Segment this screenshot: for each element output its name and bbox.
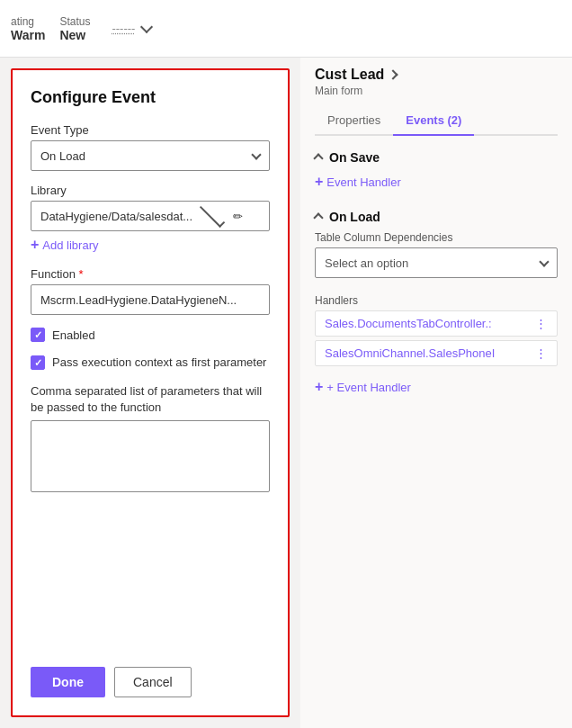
tab-properties[interactable]: Properties (315, 106, 393, 136)
user-name: ------ (112, 22, 135, 35)
right-title-row: Cust Lead (315, 67, 558, 83)
handler-item-1[interactable]: SalesOmniChannel.SalesPhoneI ⋮ (315, 340, 558, 366)
select-option-placeholder: Select an option (325, 256, 408, 270)
on-save-add-handler[interactable]: + Event Handler (315, 172, 558, 192)
table-col-select-chevron-icon (539, 256, 549, 266)
handlers-label: Handlers (315, 294, 558, 307)
event-type-select[interactable]: On Load (31, 140, 270, 171)
warm-label: ating (11, 15, 45, 28)
library-chevron-icon (200, 202, 226, 228)
tabs-row: Properties Events (2) (315, 106, 558, 136)
event-type-group: Event Type On Load (31, 123, 270, 171)
handler-dots-0[interactable]: ⋮ (535, 317, 548, 330)
warm-value: Warm (11, 28, 45, 42)
library-label: Library (31, 184, 270, 197)
right-chevron-icon (389, 69, 398, 79)
on-load-add-handler[interactable]: + + Event Handler (315, 377, 558, 397)
handler-item-0[interactable]: Sales.DocumentsTabController.: ⋮ (315, 310, 558, 337)
on-load-section: On Load (315, 210, 558, 224)
tab-events[interactable]: Events (2) (393, 106, 474, 136)
on-load-add-label: + Event Handler (326, 381, 411, 394)
add-library-label: Add library (42, 238, 98, 252)
top-bar: ating Warm Status New ------ (0, 0, 572, 58)
on-save-collapse-icon (313, 153, 323, 163)
on-load-plus-icon: + (315, 379, 323, 395)
button-row: Done Cancel (31, 660, 270, 697)
table-col-deps-label: Table Column Dependencies (315, 231, 558, 244)
on-save-add-label: Event Handler (326, 175, 400, 189)
enabled-checkbox-row[interactable]: Enabled (31, 328, 270, 342)
event-type-chevron-icon (251, 149, 261, 159)
right-subtitle: Main form (315, 85, 558, 97)
event-type-value: On Load (40, 149, 85, 163)
warm-field: ating Warm (11, 15, 45, 42)
pass-exec-checkbox-row[interactable]: Pass execution context as first paramete… (31, 355, 270, 371)
main-layout: Configure Event Event Type On Load Libra… (0, 58, 572, 728)
handler-name-1: SalesOmniChannel.SalesPhoneI (325, 346, 495, 360)
status-label: Status (59, 15, 90, 28)
handler-dots-1[interactable]: ⋮ (535, 346, 548, 360)
done-button[interactable]: Done (31, 667, 105, 697)
user-chevron-icon (140, 21, 153, 33)
on-save-title: On Save (329, 150, 380, 165)
pass-exec-label: Pass execution context as first paramete… (52, 355, 266, 371)
function-group: Function * (31, 267, 270, 315)
handler-name-0: Sales.DocumentsTabController.: (325, 317, 492, 330)
status-value: New (59, 28, 90, 42)
library-row: DataHygiene/Data/salesdat... ✏ (31, 201, 270, 231)
add-library-plus-icon: + (31, 237, 39, 253)
configure-event-panel: Configure Event Event Type On Load Libra… (11, 68, 290, 717)
required-marker: * (79, 267, 84, 281)
enabled-checkbox-icon[interactable] (31, 328, 45, 342)
status-field: Status New (59, 15, 90, 42)
library-group: Library DataHygiene/Data/salesdat... ✏ +… (31, 184, 270, 255)
on-load-title: On Load (329, 210, 380, 224)
params-label: Comma separated list of parameters that … (31, 383, 270, 416)
cancel-button[interactable]: Cancel (114, 667, 192, 697)
event-type-label: Event Type (31, 123, 270, 137)
function-input[interactable] (31, 284, 270, 315)
right-panel: Cust Lead Main form Properties Events (2… (300, 58, 572, 728)
right-header: Cust Lead Main form (315, 58, 558, 97)
params-textarea[interactable] (31, 420, 270, 492)
panel-title: Configure Event (31, 88, 270, 107)
add-library-link[interactable]: + Add library (31, 235, 270, 255)
library-value: DataHygiene/Data/salesdat... (40, 210, 192, 223)
on-save-plus-icon: + (315, 174, 323, 190)
pass-exec-checkbox-icon[interactable] (31, 355, 45, 370)
right-title: Cust Lead (315, 67, 384, 83)
on-save-section: On Save (315, 150, 558, 165)
edit-icon[interactable]: ✏ (233, 210, 260, 223)
on-load-collapse-icon (313, 212, 323, 222)
table-col-deps-select[interactable]: Select an option (315, 247, 558, 278)
function-label: Function * (31, 267, 270, 281)
enabled-label: Enabled (52, 328, 95, 342)
params-group: Comma separated list of parameters that … (31, 383, 270, 491)
user-field[interactable]: ------ (112, 22, 151, 35)
